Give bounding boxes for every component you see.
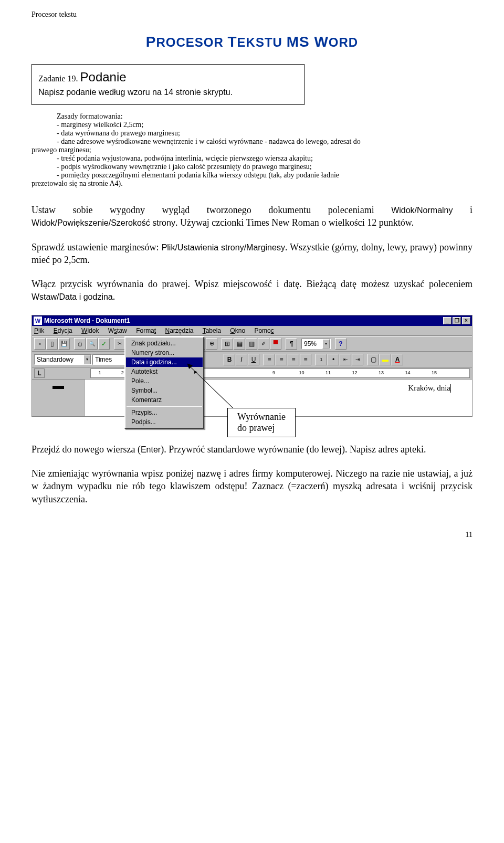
page-title: PROCESOR TEKSTU MS WORD: [32, 34, 472, 50]
bold-button[interactable]: B: [224, 354, 235, 365]
menu-item-numery-stron[interactable]: Numery stron...: [126, 348, 203, 357]
text-cursor-icon: [450, 384, 451, 393]
menu-item-podpis[interactable]: Podpis...: [126, 417, 203, 427]
standard-toolbar: 95%: [32, 336, 472, 352]
menu-item-symbol[interactable]: Symbol...: [126, 386, 203, 395]
save-button[interactable]: [58, 338, 70, 350]
increase-indent-button[interactable]: [352, 354, 363, 365]
menu-format[interactable]: Format: [136, 327, 156, 334]
callout-label: Wyrównanie do prawej: [227, 408, 296, 437]
paragraph-5: Nie zmieniając wyrównania wpisz poniżej …: [32, 467, 472, 505]
menu-tabela[interactable]: Tabela: [203, 327, 221, 334]
align-left-button[interactable]: [264, 354, 275, 365]
ruler-row: L 1 2 3 4 9 10 11 12 13 14 15: [32, 367, 472, 380]
word-icon: W: [34, 317, 42, 325]
align-justify-button[interactable]: [300, 354, 311, 365]
left-margin: [32, 380, 85, 416]
underline-button[interactable]: U: [248, 354, 259, 365]
print-button[interactable]: [74, 338, 86, 350]
web-toolbar-button[interactable]: [206, 338, 217, 350]
columns-button[interactable]: [246, 338, 257, 350]
spellcheck-button[interactable]: [98, 338, 110, 350]
chart-button[interactable]: [270, 338, 281, 350]
menu-item-znak-podzialu[interactable]: Znak podziału...: [126, 339, 203, 348]
font-color-button[interactable]: [392, 354, 403, 365]
menu-widok[interactable]: Widok: [81, 327, 99, 334]
task-instruction: Napisz podanie według wzoru na 14 stroni…: [38, 88, 298, 97]
formatting-toolbar: Standardowy Times B I U: [32, 352, 472, 367]
menu-narzedzia[interactable]: Narzędzia: [165, 327, 193, 334]
task-number: Zadanie 19.: [38, 74, 78, 83]
style-dropdown[interactable]: Standardowy: [34, 354, 92, 365]
menu-item-przypis[interactable]: Przypis...: [126, 408, 203, 417]
menu-item-komentarz[interactable]: Komentarz: [126, 395, 203, 405]
menu-plik[interactable]: Plik: [34, 327, 44, 334]
decrease-indent-button[interactable]: [340, 354, 351, 365]
numbered-list-button[interactable]: [316, 354, 327, 365]
task-box: Zadanie 19. Podanie Napisz podanie wedłu…: [32, 64, 304, 105]
close-button[interactable]: ×: [462, 317, 470, 324]
formatting-rules: Zasady formatowania: - marginesy wielkoś…: [32, 112, 472, 188]
word-screenshot: W Microsoft Word - Dokument1 _ ❐ × Plik …: [32, 315, 472, 417]
restore-button[interactable]: ❐: [453, 317, 461, 324]
align-center-button[interactable]: [276, 354, 287, 365]
new-button[interactable]: [34, 338, 46, 350]
insert-excel-button[interactable]: [234, 338, 245, 350]
highlight-button[interactable]: [380, 354, 391, 365]
paragraph-3: Włącz przycisk wyrównania do prawej. Wpi…: [32, 278, 472, 303]
paragraph-1: Ustaw sobie wygodny wygląd tworzonego do…: [32, 204, 472, 229]
zoom-dropdown[interactable]: 95%: [301, 339, 331, 349]
page-number: 11: [32, 531, 472, 539]
drawing-button[interactable]: [258, 338, 269, 350]
window-title: Microsoft Word - Dokument1: [44, 317, 130, 324]
open-button[interactable]: [46, 338, 58, 350]
insert-table-button[interactable]: [222, 338, 233, 350]
print-preview-button[interactable]: [86, 338, 98, 350]
borders-button[interactable]: [368, 354, 379, 365]
show-paragraph-button[interactable]: [286, 338, 297, 350]
running-header: Procesor tekstu: [32, 10, 472, 19]
insert-dropdown-menu[interactable]: Znak podziału... Numery stron... Data i …: [124, 336, 204, 429]
align-right-button[interactable]: [288, 354, 299, 365]
menu-edycja[interactable]: Edycja: [54, 327, 72, 334]
titlebar: W Microsoft Word - Dokument1 _ ❐ ×: [32, 315, 472, 326]
menu-okno[interactable]: Okno: [230, 327, 245, 334]
menubar[interactable]: Plik Edycja Widok Wstaw Format Narzędzia…: [32, 326, 472, 336]
minimize-button[interactable]: _: [443, 317, 452, 324]
tab-selector[interactable]: L: [34, 368, 45, 378]
menu-item-pole[interactable]: Pole...: [126, 376, 203, 386]
task-name: Podanie: [80, 70, 127, 84]
help-button[interactable]: [335, 338, 346, 350]
page-mark-icon: [52, 386, 64, 389]
menu-pomoc[interactable]: Pomoc: [254, 327, 274, 334]
cut-button[interactable]: [114, 338, 125, 350]
menu-wstaw[interactable]: Wstaw: [108, 327, 127, 334]
paragraph-2: Sprawdź ustawienie marginesów: Plik/Usta…: [32, 241, 472, 267]
bullet-list-button[interactable]: [328, 354, 339, 365]
paragraph-4: Przejdź do nowego wiersza (Enter). Przyw…: [32, 443, 472, 456]
italic-button[interactable]: I: [236, 354, 247, 365]
